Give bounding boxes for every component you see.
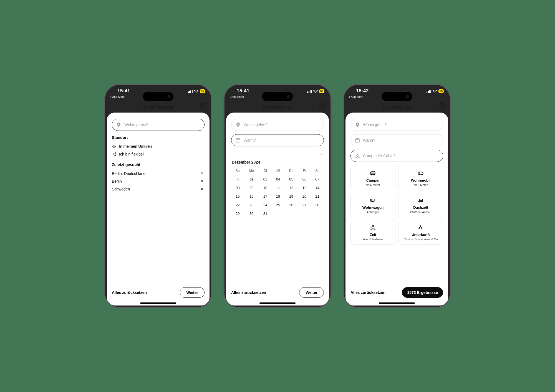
remove-recent[interactable]: × xyxy=(200,187,205,192)
calendar-day[interactable]: 18 xyxy=(272,192,284,201)
back-to-appstore[interactable]: App Store xyxy=(349,95,363,99)
type-title: Camper xyxy=(353,178,393,182)
cabin-icon xyxy=(401,224,441,230)
type-card[interactable]: UnterkunftCabins, Tiny Houses & Co xyxy=(398,220,443,245)
pin-icon xyxy=(117,123,121,127)
calendar-day[interactable]: 29 xyxy=(231,209,244,218)
reset-button[interactable]: Alles zurücksetzen xyxy=(231,290,266,295)
calendar-day[interactable]: 23 xyxy=(244,201,259,209)
remove-recent[interactable]: × xyxy=(200,171,205,176)
dynamic-island xyxy=(381,91,412,101)
calendar-day[interactable]: 27 xyxy=(298,201,311,209)
recent-item[interactable]: Berlin, Deutschland × xyxy=(112,170,205,177)
type-card[interactable]: DachzeltPKW mit Aufbau xyxy=(398,193,443,217)
calendar-day[interactable]: 14 xyxy=(311,184,324,192)
back-to-appstore[interactable]: App Store xyxy=(110,95,125,99)
recent-item[interactable]: Schweden × xyxy=(112,185,205,193)
next-button[interactable]: Weiter xyxy=(299,287,324,298)
remove-recent[interactable]: × xyxy=(200,179,205,184)
location-heading: Standort xyxy=(112,135,205,140)
calendar-next[interactable]: › xyxy=(231,150,324,157)
calendar-day[interactable]: 01 xyxy=(231,175,244,184)
destination-input[interactable]: Wohin gehts? xyxy=(231,119,324,131)
phone-dates: 15:41 App Store 55 HINTERLAND Wohin geht… xyxy=(223,84,332,308)
next-button[interactable]: Weiter xyxy=(180,287,205,298)
wifi-icon xyxy=(433,90,437,93)
calendar-day[interactable]: 06 xyxy=(298,175,311,184)
near-me-option[interactable]: In meinem Umkreis xyxy=(112,142,205,150)
calendar-day[interactable]: 11 xyxy=(272,184,284,192)
calendar-day[interactable]: 07 xyxy=(311,175,324,184)
dynamic-island xyxy=(143,91,174,101)
calendar-day[interactable]: 03 xyxy=(259,175,272,184)
date-input[interactable]: Wann? xyxy=(231,134,324,146)
calendar-day[interactable]: 24 xyxy=(259,201,272,209)
type-input[interactable]: Camp oder Cabin? xyxy=(350,150,443,162)
wifi-icon xyxy=(194,90,198,93)
home-indicator[interactable] xyxy=(259,302,296,304)
type-subtitle: PKW mit Aufbau xyxy=(401,210,441,214)
calendar-day[interactable]: 10 xyxy=(259,184,272,192)
calendar-day[interactable]: 19 xyxy=(284,192,298,201)
reset-button[interactable]: Alles zurücksetzen xyxy=(112,290,147,295)
destination-input[interactable]: Wohin gehts? xyxy=(350,119,443,131)
clock: 15:41 xyxy=(237,88,249,94)
date-input[interactable]: Wann? xyxy=(350,134,443,146)
weekday-label: Mo xyxy=(244,167,259,175)
type-title: Wohnwagen xyxy=(353,205,393,210)
type-title: Wohnmobil xyxy=(401,178,441,182)
calendar-day[interactable]: 28 xyxy=(311,201,324,209)
type-subtitle: Cabins, Tiny Houses & Co xyxy=(401,238,441,241)
calendar-day[interactable]: 17 xyxy=(259,192,272,201)
type-card[interactable]: ZeltAlle Schlafzelte xyxy=(350,220,395,245)
calendar-day[interactable]: 20 xyxy=(298,192,311,201)
calendar-day[interactable]: 26 xyxy=(284,201,298,209)
wifi-icon xyxy=(313,90,318,93)
type-subtitle: ab 6 Meter xyxy=(401,183,441,187)
type-cards: Camperbis 6 MeterWohnmobilab 6 MeterWohn… xyxy=(350,166,443,245)
reset-button[interactable]: Alles zurücksetzen xyxy=(350,290,385,295)
recent-item[interactable]: Berlin × xyxy=(112,177,205,185)
calendar-day xyxy=(272,209,284,218)
results-button[interactable]: 1573 Ergebnisse xyxy=(402,287,443,298)
calendar-day[interactable]: 22 xyxy=(231,201,244,209)
type-card[interactable]: Camperbis 6 Meter xyxy=(350,166,395,190)
type-card[interactable]: Wohnmobilab 6 Meter xyxy=(398,166,443,190)
back-to-appstore[interactable]: App Store xyxy=(229,95,244,99)
calendar-day[interactable]: 09 xyxy=(244,184,259,192)
pin-icon xyxy=(355,123,360,127)
calendar-day[interactable]: 25 xyxy=(272,201,284,209)
calendar-day[interactable]: 21 xyxy=(311,192,324,201)
calendar-day[interactable]: 30 xyxy=(244,209,259,218)
calendar-day[interactable]: 15 xyxy=(231,192,244,201)
calendar-icon xyxy=(355,138,360,142)
type-subtitle: bis 6 Meter xyxy=(353,183,393,187)
calendar-day[interactable]: 13 xyxy=(298,184,311,192)
motorhome-icon xyxy=(401,170,441,176)
destination-input[interactable]: Wohin gehts? xyxy=(112,119,205,131)
home-indicator[interactable] xyxy=(379,302,415,304)
home-indicator[interactable] xyxy=(140,302,176,304)
battery-indicator: 55 xyxy=(200,89,205,93)
calendar-day[interactable]: 02 xyxy=(244,175,259,184)
locate-icon xyxy=(112,144,116,149)
weekday-label: So xyxy=(231,167,244,175)
calendar-day[interactable]: 12 xyxy=(284,184,298,192)
calendar[interactable]: SoMoDiMiDoFrSa01020304050607080910111213… xyxy=(231,167,324,218)
type-title: Dachzelt xyxy=(401,205,441,210)
battery-indicator: 55 xyxy=(438,89,444,93)
calendar-icon xyxy=(236,138,240,142)
type-title: Zelt xyxy=(353,233,393,237)
calendar-day[interactable]: 08 xyxy=(231,184,244,192)
flexible-option[interactable]: Ich bin flexibel xyxy=(112,150,205,158)
type-card[interactable]: WohnwagenAnhänger xyxy=(350,193,395,217)
caravan-icon xyxy=(353,197,393,203)
recent-heading: Zuletzt gesucht xyxy=(112,162,205,167)
pin-icon xyxy=(236,123,240,127)
calendar-day[interactable]: 31 xyxy=(259,209,272,218)
calendar-day[interactable]: 05 xyxy=(284,175,298,184)
calendar-day xyxy=(311,209,324,218)
tent-icon xyxy=(355,154,360,158)
calendar-day[interactable]: 16 xyxy=(244,192,259,201)
calendar-day[interactable]: 04 xyxy=(272,175,284,184)
